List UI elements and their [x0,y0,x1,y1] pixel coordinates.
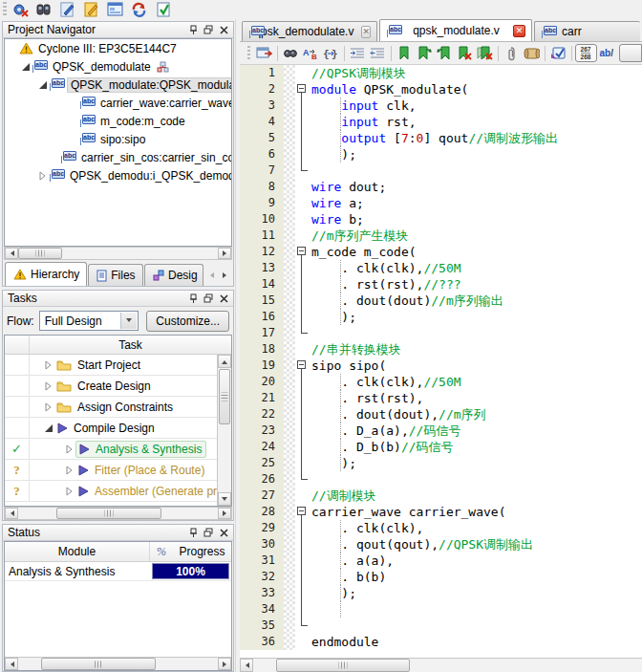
tree-item-cyclone-iii-ep3c5e144c7[interactable]: Cyclone III: EP3C5E144C7 [5,39,231,57]
match-brace-icon[interactable]: {} [321,44,341,63]
code-line[interactable]: 18//串并转换模块 [240,341,642,358]
tab-files[interactable]: Files [88,264,143,286]
task-row-assign-constraints[interactable]: Assign Constraints [5,397,231,418]
code-line[interactable]: 23 . D_a(a),//码信号 [240,423,642,439]
tech-map-viewer-icon[interactable] [105,1,126,18]
code-line[interactable]: 21 . rst(rst), [240,390,642,406]
status-row[interactable]: Analysis & Synthesis 100% [5,562,231,581]
toolbar-grip[interactable] [3,2,7,17]
tree-item-qpsk-modulate-qpsk-modulate[interactable]: abcQPSK_modulate:QPSK_modulate [5,76,231,94]
code-line[interactable]: 3 input clk, [240,98,642,114]
task-row-compile-design[interactable]: Compile Design [5,418,231,439]
code-line[interactable]: 36endmodule [240,634,642,650]
toolbar-overflow-button[interactable] [619,44,642,62]
assignment-check-icon[interactable] [153,1,174,18]
code-line[interactable]: 8wire dout; [240,179,642,195]
fold-collapse-icon[interactable] [295,244,309,260]
rtl-viewer-icon[interactable] [57,1,78,18]
close-tab-icon[interactable]: ✕ [513,25,525,37]
code-line[interactable]: 14 . rst(rst),//??? [240,276,642,293]
tree-item-sipo-sipo[interactable]: abcsipo:sipo [5,130,231,148]
expand-arrow-icon[interactable] [20,61,32,73]
code-line[interactable]: 16 ); [240,309,642,325]
settings-icon[interactable] [10,1,31,18]
code-line[interactable]: 7 [240,163,642,179]
fold-collapse-icon[interactable] [295,504,309,520]
editor-hscrollbar[interactable] [240,658,642,672]
fold-collapse-icon[interactable] [295,81,309,98]
template-scroll-icon[interactable] [522,44,542,63]
task-row-start-project[interactable]: Start Project [5,355,231,376]
scroll-right-icon[interactable] [218,248,231,259]
attach-icon[interactable] [502,44,522,63]
close-tab-icon[interactable]: ✕ [361,26,371,38]
scroll-down-icon[interactable] [218,492,231,506]
bookmark-delete-icon[interactable] [455,44,475,63]
code-line[interactable]: 28carrier_wave carrier_wave( [240,504,642,520]
code-line[interactable]: 33 ); [240,585,642,601]
tab-hierarchy[interactable]: Hierarchy [5,262,87,286]
update-icon[interactable] [129,1,150,18]
tab-qpsk-demodulate[interactable]: abc qpsk_demodulate.v ✕ [242,21,377,41]
pin-icon[interactable] [186,293,200,305]
code-line[interactable]: 35 [240,618,642,634]
task-row-create-design[interactable]: Create Design [5,376,231,397]
code-line[interactable]: 17 [240,325,642,341]
tab-carrier[interactable]: abc carr [534,21,640,41]
fold-collapse-icon[interactable] [295,358,309,374]
scroll-right-icon[interactable] [218,508,231,519]
scroll-left-icon[interactable] [5,248,18,259]
code-line[interactable]: 31 . a(a), [240,553,642,569]
find-icon[interactable] [281,44,301,63]
expand-arrow-icon[interactable] [64,465,75,476]
scroll-left-icon[interactable] [240,659,253,672]
code-line[interactable]: 11//m序列产生模块 [240,228,642,244]
expand-arrow-icon[interactable] [43,401,54,413]
code-line[interactable]: 32 . b(b) [240,569,642,585]
code-line[interactable]: 19sipo sipo( [240,358,642,374]
code-editor[interactable]: 1//QPSK调制模块2module QPSK_modulate(3 input… [240,65,642,658]
tree-item-m-code-m-code[interactable]: abcm_code:m_code [5,112,231,130]
code-line[interactable]: 9wire a; [240,195,642,211]
task-row-analysis-synthesis[interactable]: ✓Analysis & Synthesis [5,439,231,460]
tab-design-units[interactable]: Desig [144,264,203,286]
task-hscrollbar[interactable] [4,507,232,520]
code-line[interactable]: 12m_code m_code( [240,244,642,260]
scroll-thumb[interactable] [219,369,230,424]
expand-arrow-icon[interactable] [43,359,54,371]
code-line[interactable]: 27//调制模块 [240,488,642,504]
tree-item-carrier-sin-cos-carrier-sin-cos[interactable]: abccarrier_sin_cos:carrier_sin_cos [5,148,231,166]
tree-item-qpsk-demodulate[interactable]: abcQPSK_demodulate [5,57,231,76]
bookmark-prev-icon[interactable] [435,44,455,63]
float-icon[interactable] [202,527,215,539]
indent-icon[interactable] [348,44,368,63]
unindent-icon[interactable] [368,44,388,63]
state-machine-icon[interactable] [81,1,102,18]
code-line[interactable]: 4 input rst, [240,114,642,130]
show-whitespace-icon[interactable]: ab/ [600,48,613,58]
tab-scroll-left-icon[interactable] [204,266,218,285]
code-line[interactable]: 25 ); [240,455,642,471]
bookmark-next-icon[interactable] [415,44,435,63]
code-line[interactable]: 15 . dout(dout)//m序列输出 [240,293,642,309]
expand-arrow-icon[interactable] [37,170,49,182]
scroll-right-icon[interactable] [218,658,231,670]
close-icon[interactable] [217,527,230,539]
pin-icon[interactable] [186,527,200,539]
pin-icon[interactable] [186,24,200,36]
close-icon[interactable] [217,293,230,305]
open-in-main-window-icon[interactable] [254,44,274,63]
scroll-left-icon[interactable] [5,658,18,670]
expand-arrow-icon[interactable] [64,444,75,455]
code-line[interactable]: 2module QPSK_modulate( [240,81,642,98]
scroll-up-icon[interactable] [218,355,231,368]
task-row-fitter-place-route[interactable]: ?Fitter (Place & Route) [5,460,231,481]
close-icon[interactable] [217,24,230,36]
scroll-thumb[interactable] [56,508,161,519]
analyze-file-icon[interactable] [548,44,568,63]
float-icon[interactable] [202,24,215,36]
code-line[interactable]: 29 . clk(clk), [240,520,642,536]
code-line[interactable]: 1//QPSK调制模块 [240,65,642,81]
find-chip-icon[interactable] [33,1,54,18]
customize-button[interactable]: Customize... [146,311,229,332]
